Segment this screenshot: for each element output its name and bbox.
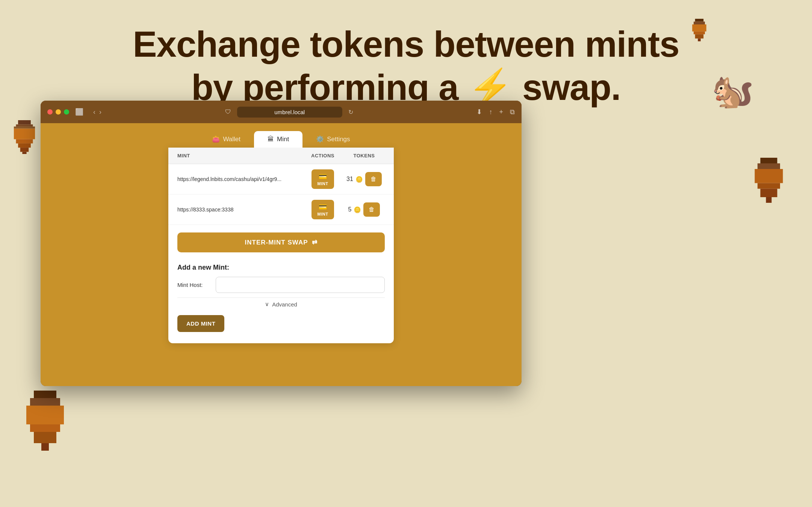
main-card: MINT ACTIONS TOKENS https://legend.lnbit… [168, 148, 394, 343]
svg-rect-1 [16, 124, 33, 127]
coin-icon-2: 🪙 [354, 206, 361, 213]
sidebar-toggle-icon[interactable]: ⬜ [75, 108, 83, 116]
tokens-cell-1: 31 🪙 🗑 [343, 172, 385, 186]
svg-rect-16 [26, 406, 64, 424]
svg-rect-24 [761, 189, 777, 198]
mint-actions-cell-1: 💳 MINT [302, 169, 343, 189]
swap-button-label: INTER-MINT SWAP [245, 239, 308, 246]
inter-mint-swap-button[interactable]: INTER-MINT SWAP ⇄ [177, 232, 385, 252]
svg-rect-7 [22, 152, 26, 154]
refresh-icon[interactable]: ↻ [348, 109, 353, 116]
tab-mint[interactable]: 🏛 Mint [254, 131, 302, 148]
svg-rect-2 [14, 127, 35, 129]
mint-table: MINT ACTIONS TOKENS https://legend.lnbit… [168, 148, 394, 225]
mint-action-label-1: MINT [318, 181, 328, 186]
settings-tab-icon: ⚙️ [316, 135, 324, 143]
mint-url-1: https://legend.lnbits.com/cashu/api/v1/4… [177, 176, 302, 182]
svg-rect-15 [30, 398, 60, 406]
minimize-button[interactable] [56, 109, 61, 115]
wallet-tab-label: Wallet [223, 136, 240, 143]
tab-wallet[interactable]: 👛 Wallet [198, 131, 254, 148]
mint-actions-cell-2: 💳 MINT [302, 200, 343, 219]
svg-rect-0 [18, 120, 31, 124]
svg-rect-4 [16, 139, 33, 143]
chevron-down-icon: ∨ [265, 301, 269, 308]
tabs-icon[interactable]: ⧉ [510, 108, 515, 116]
table-row: https://legend.lnbits.com/cashu/api/v1/4… [168, 164, 394, 195]
svg-rect-21 [758, 163, 780, 169]
delete-button-1[interactable]: 🗑 [365, 172, 382, 186]
browser-window: ⬜ ‹ › 🛡 umbrel.local ↻ ⬇ ↑ + ⧉ 👛 Wallet [41, 101, 522, 386]
svg-rect-14 [34, 391, 56, 398]
mint-host-label: Mint Host: [177, 282, 211, 288]
mint-tab-label: Mint [277, 136, 289, 143]
table-row: https://8333.space:3338 💳 MINT 5 🪙 🗑 [168, 195, 394, 225]
add-mint-section: Add a new Mint: Mint Host: ∨ Advanced AD… [168, 256, 394, 332]
browser-content: 👛 Wallet 🏛 Mint ⚙️ Settings MINT ACTIONS… [41, 123, 522, 386]
table-header: MINT ACTIONS TOKENS [168, 148, 394, 164]
mint-url-2: https://8333.space:3338 [177, 207, 302, 213]
col-actions: ACTIONS [302, 153, 343, 158]
back-button[interactable]: ‹ [93, 108, 95, 116]
tokens-count-2: 5 [348, 206, 352, 213]
tab-settings[interactable]: ⚙️ Settings [302, 131, 363, 148]
svg-rect-18 [34, 432, 56, 443]
wallet-tab-icon: 👛 [212, 135, 220, 143]
col-tokens: TOKENS [343, 153, 385, 158]
advanced-toggle[interactable]: ∨ Advanced [177, 297, 385, 311]
browser-titlebar: ⬜ ‹ › 🛡 umbrel.local ↻ ⬇ ↑ + ⧉ [41, 101, 522, 123]
headline-line1: Exchange tokens between mints [0, 23, 812, 66]
main-headline: Exchange tokens between mints by perform… [0, 23, 812, 109]
mint-action-label-2: MINT [318, 212, 328, 216]
svg-rect-22 [755, 169, 783, 183]
swap-container: INTER-MINT SWAP ⇄ [168, 225, 394, 256]
add-mint-button-label: ADD MINT [186, 320, 215, 327]
share-icon[interactable]: ↑ [489, 108, 492, 116]
coin-icon-1: 🪙 [355, 176, 363, 183]
close-button[interactable] [47, 109, 53, 115]
acorn-decoration-tl [8, 120, 41, 154]
acorn-decoration-br [746, 158, 791, 203]
browser-nav: ‹ › [93, 108, 101, 116]
headline-suffix: swap. [522, 67, 621, 107]
url-text: umbrel.local [274, 109, 305, 115]
mint-action-icon-1: 💳 [319, 172, 327, 181]
svg-rect-5 [18, 143, 31, 148]
acorn-decoration-bl [15, 391, 75, 451]
mint-tab-icon: 🏛 [268, 136, 274, 143]
tokens-count-1: 31 [346, 176, 353, 183]
delete-button-2[interactable]: 🗑 [363, 202, 380, 217]
svg-rect-17 [30, 424, 60, 432]
svg-rect-20 [761, 158, 777, 163]
add-mint-title: Add a new Mint: [177, 264, 385, 272]
shield-icon: 🛡 [225, 109, 231, 115]
advanced-label: Advanced [272, 301, 297, 308]
mint-action-icon-2: 💳 [319, 203, 327, 211]
forward-button[interactable]: › [99, 108, 101, 116]
mint-host-row: Mint Host: [177, 277, 385, 293]
address-bar[interactable]: umbrel.local [237, 107, 342, 118]
svg-rect-8 [695, 19, 704, 22]
download-icon[interactable]: ⬇ [476, 108, 482, 116]
mint-action-button-2[interactable]: 💳 MINT [311, 200, 334, 219]
settings-tab-label: Settings [327, 136, 350, 143]
col-mint: MINT [177, 153, 302, 158]
tokens-cell-2: 5 🪙 🗑 [343, 202, 385, 217]
svg-rect-3 [14, 129, 35, 139]
address-bar-container: 🛡 umbrel.local ↻ [106, 107, 472, 118]
svg-rect-19 [41, 443, 49, 451]
browser-actions: ⬇ ↑ + ⧉ [476, 108, 515, 116]
svg-rect-23 [758, 183, 780, 189]
new-tab-icon[interactable]: + [499, 108, 503, 116]
swap-arrows-icon: ⇄ [312, 238, 318, 246]
svg-rect-6 [20, 148, 29, 152]
svg-rect-25 [766, 197, 772, 203]
app-tabs: 👛 Wallet 🏛 Mint ⚙️ Settings [41, 123, 522, 148]
add-mint-button[interactable]: ADD MINT [177, 315, 224, 332]
maximize-button[interactable] [64, 109, 69, 115]
traffic-lights [47, 109, 69, 115]
mint-action-button-1[interactable]: 💳 MINT [311, 169, 334, 189]
mint-host-input[interactable] [216, 277, 385, 293]
